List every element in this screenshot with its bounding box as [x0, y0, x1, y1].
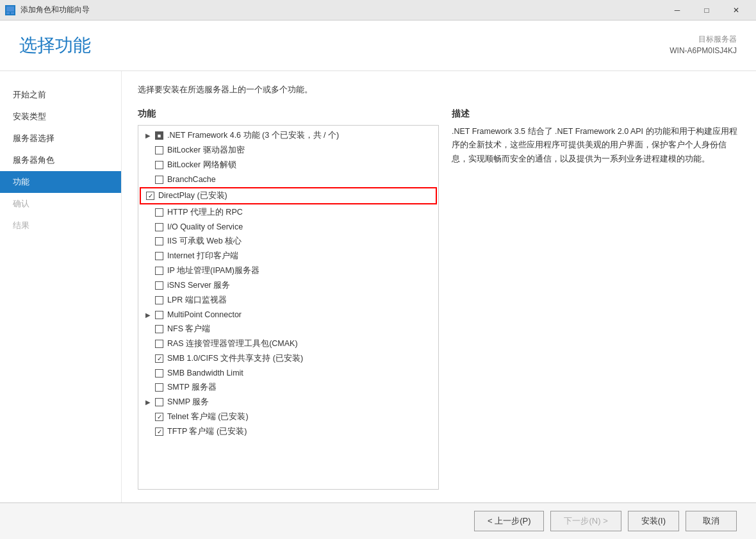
checkbox-tftp[interactable] — [155, 427, 163, 436]
spacer-17 — [144, 427, 152, 436]
minimize-button[interactable]: ─ — [662, 0, 692, 21]
feature-smtp[interactable]: SMTP 服务器 — [138, 380, 438, 395]
feature-directplay[interactable]: DirectPlay (已安装) — [140, 187, 437, 204]
next-button[interactable]: 下一步(N) > — [550, 511, 621, 531]
main-content: 选择要安装在所选服务器上的一个或多个功能。 功能 ▶ .NET Framewor… — [122, 71, 756, 502]
main-window: 选择功能 目标服务器 WIN-A6PM0ISJ4KJ 开始之前 安装类型 服务器… — [0, 21, 756, 539]
sidebar: 开始之前 安装类型 服务器选择 服务器角色 功能 确认 结果 — [0, 71, 122, 502]
feature-smb1[interactable]: SMB 1.0/CIFS 文件共享支持 (已安装) — [138, 351, 438, 366]
feature-telnet-label: Telnet 客户端 (已安装) — [167, 411, 433, 422]
feature-smb1-label: SMB 1.0/CIFS 文件共享支持 (已安装) — [167, 353, 433, 364]
checkbox-multipoint[interactable] — [155, 311, 163, 319]
checkbox-iis-web[interactable] — [155, 237, 163, 245]
app-icon — [5, 5, 15, 15]
feature-net46[interactable]: ▶ .NET Framework 4.6 功能 (3 个已安装，共 / 个) — [138, 128, 438, 143]
features-list-container[interactable]: ▶ .NET Framework 4.6 功能 (3 个已安装，共 / 个) B… — [138, 125, 439, 490]
feature-tftp-label: TFTP 客户端 (已安装) — [167, 426, 433, 437]
checkbox-nfs[interactable] — [155, 325, 163, 333]
checkbox-directplay[interactable] — [146, 192, 154, 200]
checkbox-isns[interactable] — [155, 281, 163, 290]
checkbox-ipam[interactable] — [155, 267, 163, 275]
checkbox-smb-bw[interactable] — [155, 369, 163, 377]
feature-tftp[interactable]: TFTP 客户端 (已安装) — [138, 424, 438, 439]
checkbox-smtp[interactable] — [155, 383, 163, 392]
description-header: 描述 — [452, 108, 740, 120]
feature-smb-bw-label: SMB Bandwidth Limit — [167, 369, 433, 377]
feature-nfs[interactable]: NFS 客户端 — [138, 322, 438, 336]
checkbox-bitlocker-net[interactable] — [155, 161, 163, 169]
nav-item-confirm: 确认 — [0, 193, 121, 215]
feature-snmp-label: SNMP 服务 — [167, 397, 433, 408]
expand-multipoint-icon: ▶ — [144, 310, 152, 319]
nav-item-features[interactable]: 功能 — [0, 171, 121, 193]
checkbox-io-qos[interactable] — [155, 223, 163, 231]
feature-bitlocker[interactable]: BitLocker 驱动器加密 — [138, 143, 438, 158]
top-area: 选择功能 目标服务器 WIN-A6PM0ISJ4KJ — [0, 21, 756, 71]
svg-rect-2 — [11, 12, 14, 14]
checkbox-net46[interactable] — [155, 131, 163, 140]
feature-ras-label: RAS 连接管理器管理工具包(CMAK) — [167, 338, 433, 349]
prev-button[interactable]: < 上一步(P) — [474, 511, 545, 531]
nav-item-server-select[interactable]: 服务器选择 — [0, 128, 121, 149]
spacer-12 — [144, 340, 152, 349]
svg-rect-1 — [6, 12, 10, 14]
window-controls: ─ □ ✕ — [662, 0, 751, 21]
checkbox-http-rpc[interactable] — [155, 208, 163, 217]
feature-internet-print[interactable]: Internet 打印客户端 — [138, 249, 438, 263]
feature-net46-label: .NET Framework 4.6 功能 (3 个已安装，共 / 个) — [167, 130, 433, 141]
feature-iis-web[interactable]: IIS 可承载 Web 核心 — [138, 234, 438, 249]
install-button[interactable]: 安装(I) — [628, 511, 679, 531]
nav-item-install-type[interactable]: 安装类型 — [0, 106, 121, 128]
checkbox-telnet[interactable] — [155, 413, 163, 421]
checkbox-snmp[interactable] — [155, 398, 163, 406]
feature-multipoint-label: MultiPoint Connector — [167, 310, 433, 319]
window-title: 添加角色和功能向导 — [21, 4, 662, 15]
checkbox-bitlocker[interactable] — [155, 146, 163, 154]
feature-io-qos[interactable]: I/O Quality of Service — [138, 220, 438, 234]
feature-telnet[interactable]: Telnet 客户端 (已安装) — [138, 410, 438, 424]
content-area: 开始之前 安装类型 服务器选择 服务器角色 功能 确认 结果 选择要安装在所选服… — [0, 71, 756, 502]
feature-multipoint[interactable]: ▶ MultiPoint Connector — [138, 308, 438, 322]
feature-http-rpc[interactable]: HTTP 代理上的 RPC — [138, 205, 438, 220]
feature-ipam[interactable]: IP 地址管理(IPAM)服务器 — [138, 263, 438, 278]
maximize-button[interactable]: □ — [692, 0, 721, 21]
features-panel: 功能 ▶ .NET Framework 4.6 功能 (3 个已安装，共 / 个… — [138, 108, 439, 490]
server-info: 目标服务器 WIN-A6PM0ISJ4KJ — [670, 33, 737, 56]
description-panel: 描述 .NET Framework 3.5 结合了 .NET Framework… — [452, 108, 740, 490]
checkbox-smb1[interactable] — [155, 354, 163, 363]
nav-item-start[interactable]: 开始之前 — [0, 84, 121, 106]
nav-item-server-roles[interactable]: 服务器角色 — [0, 149, 121, 171]
checkbox-branchcache[interactable] — [155, 176, 163, 184]
features-layout: 功能 ▶ .NET Framework 4.6 功能 (3 个已安装，共 / 个… — [138, 108, 740, 490]
spacer-7 — [144, 252, 152, 261]
spacer-14 — [144, 369, 152, 377]
instruction-text: 选择要安装在所选服务器上的一个或多个功能。 — [138, 84, 740, 95]
feature-isns[interactable]: iSNS Server 服务 — [138, 278, 438, 293]
feature-bitlocker-net[interactable]: BitLocker 网络解锁 — [138, 158, 438, 172]
feature-io-qos-label: I/O Quality of Service — [167, 222, 433, 231]
expand-snmp-icon: ▶ — [144, 398, 152, 407]
spacer-9 — [144, 281, 152, 290]
spacer-6 — [144, 237, 152, 246]
nav-item-results: 结果 — [0, 215, 121, 236]
feature-ras[interactable]: RAS 连接管理器管理工具包(CMAK) — [138, 336, 438, 351]
checkbox-ras[interactable] — [155, 340, 163, 348]
feature-snmp[interactable]: ▶ SNMP 服务 — [138, 395, 438, 410]
feature-smb-bw[interactable]: SMB Bandwidth Limit — [138, 366, 438, 380]
checkbox-internet-print[interactable] — [155, 252, 163, 260]
expand-net46-icon: ▶ — [144, 131, 152, 140]
spacer-13 — [144, 354, 152, 363]
spacer-15 — [144, 383, 152, 392]
feature-lpr-label: LPR 端口监视器 — [167, 295, 433, 306]
feature-internet-print-label: Internet 打印客户端 — [167, 251, 433, 261]
spacer-2 — [144, 161, 152, 170]
checkbox-lpr[interactable] — [155, 296, 163, 304]
feature-directplay-label: DirectPlay (已安装) — [158, 190, 431, 201]
features-list: ▶ .NET Framework 4.6 功能 (3 个已安装，共 / 个) B… — [138, 126, 438, 442]
cancel-button[interactable]: 取消 — [686, 511, 737, 531]
feature-smtp-label: SMTP 服务器 — [167, 382, 433, 393]
close-button[interactable]: ✕ — [721, 0, 751, 21]
feature-lpr[interactable]: LPR 端口监视器 — [138, 293, 438, 308]
feature-iis-web-label: IIS 可承载 Web 核心 — [167, 236, 433, 247]
feature-branchcache[interactable]: BranchCache — [138, 172, 438, 187]
